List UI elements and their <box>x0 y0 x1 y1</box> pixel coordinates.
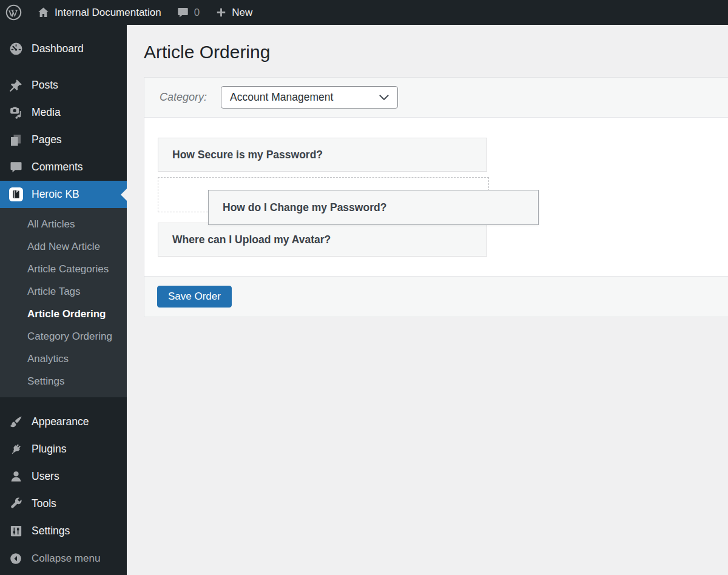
submenu-article-tags[interactable]: Article Tags <box>0 280 127 303</box>
wordpress-logo-icon[interactable] <box>5 4 22 21</box>
save-order-button[interactable]: Save Order <box>157 286 232 308</box>
submenu-all-articles[interactable]: All Articles <box>0 213 127 235</box>
category-select[interactable]: Account Management <box>221 86 398 109</box>
article-item[interactable]: How Secure is my Password? <box>158 138 487 172</box>
category-bar: Category: Account Management <box>144 78 728 118</box>
sidebar-item-label: Plugins <box>32 443 66 456</box>
sidebar-item-label: Users <box>32 470 59 483</box>
comment-icon <box>8 160 24 175</box>
site-link[interactable]: Internal Documentation <box>37 6 161 19</box>
sidebar-item-pages[interactable]: Pages <box>0 126 127 153</box>
sidebar-item-appearance[interactable]: Appearance <box>0 408 127 435</box>
panel-footer: Save Order <box>144 276 728 317</box>
article-title: How Secure is my Password? <box>172 149 323 161</box>
brush-icon <box>8 414 24 430</box>
chevron-down-icon <box>379 95 389 101</box>
category-label: Category: <box>160 91 207 104</box>
heroic-kb-submenu: All Articles Add New Article Article Cat… <box>0 208 127 397</box>
sidebar-item-plugins[interactable]: Plugins <box>0 435 127 463</box>
comments-count: 0 <box>194 7 200 19</box>
sidebar-item-comments[interactable]: Comments <box>0 153 127 181</box>
pages-icon <box>8 132 24 148</box>
collapse-menu-button[interactable]: Collapse menu <box>0 545 127 572</box>
submenu-article-ordering[interactable]: Article Ordering <box>0 303 127 325</box>
sidebar-item-label: Pages <box>32 133 62 146</box>
sidebar-item-label: Comments <box>32 161 83 173</box>
admin-bar: Internal Documentation 0 New <box>0 0 728 25</box>
comments-shortcut[interactable]: 0 <box>177 6 200 19</box>
media-icon <box>8 105 24 121</box>
admin-menu: Dashboard Posts Media Pages <box>0 25 127 575</box>
sidebar-item-label: Media <box>32 106 61 119</box>
article-title: Where can I Upload my Avatar? <box>172 234 331 246</box>
sliders-icon <box>8 523 24 539</box>
sidebar-item-media[interactable]: Media <box>0 99 127 126</box>
sidebar-item-settings[interactable]: Settings <box>0 517 127 545</box>
sidebar-item-label: Dashboard <box>32 42 84 55</box>
page-title: Article Ordering <box>127 25 728 64</box>
wrench-icon <box>8 496 24 512</box>
sidebar-item-dashboard[interactable]: Dashboard <box>0 35 127 62</box>
dashboard-icon <box>8 41 24 57</box>
plus-icon <box>215 7 227 18</box>
article-ordering-panel: Category: Account Management How Secure … <box>144 77 728 317</box>
book-icon <box>8 187 24 203</box>
plug-icon <box>8 442 24 457</box>
submenu-article-categories[interactable]: Article Categories <box>0 258 127 280</box>
submenu-analytics[interactable]: Analytics <box>0 348 127 370</box>
comment-bubble-icon <box>177 6 189 19</box>
sidebar-item-label: Tools <box>32 497 56 510</box>
pushpin-icon <box>8 78 24 93</box>
sidebar-item-posts[interactable]: Posts <box>0 72 127 99</box>
submenu-add-new-article[interactable]: Add New Article <box>0 235 127 258</box>
main-content: Article Ordering Category: Account Manag… <box>127 25 728 575</box>
article-item[interactable]: Where can I Upload my Avatar? <box>158 223 487 257</box>
new-content-button[interactable]: New <box>215 7 252 19</box>
new-label: New <box>232 7 252 19</box>
sidebar-item-label: Settings <box>32 525 70 537</box>
site-name: Internal Documentation <box>55 7 161 19</box>
menu-separator <box>0 397 127 408</box>
sortable-article-list: How Secure is my Password? How do I Chan… <box>144 118 728 276</box>
sidebar-item-tools[interactable]: Tools <box>0 490 127 517</box>
collapse-menu-label: Collapse menu <box>32 553 100 565</box>
sidebar-item-label: Heroic KB <box>32 188 79 201</box>
article-title: How do I Change my Password? <box>223 201 386 214</box>
menu-separator <box>0 62 127 72</box>
home-icon <box>37 6 50 19</box>
submenu-category-ordering[interactable]: Category Ordering <box>0 325 127 348</box>
category-selected-value: Account Management <box>230 91 333 104</box>
user-icon <box>8 469 24 485</box>
sidebar-item-label: Posts <box>32 79 58 92</box>
sidebar-item-heroic-kb[interactable]: Heroic KB <box>0 181 127 208</box>
sidebar-item-users[interactable]: Users <box>0 463 127 490</box>
submenu-settings[interactable]: Settings <box>0 370 127 392</box>
collapse-arrow-icon <box>8 551 24 567</box>
sidebar-item-label: Appearance <box>32 415 89 428</box>
article-item-dragging[interactable]: How do I Change my Password? <box>208 190 539 225</box>
